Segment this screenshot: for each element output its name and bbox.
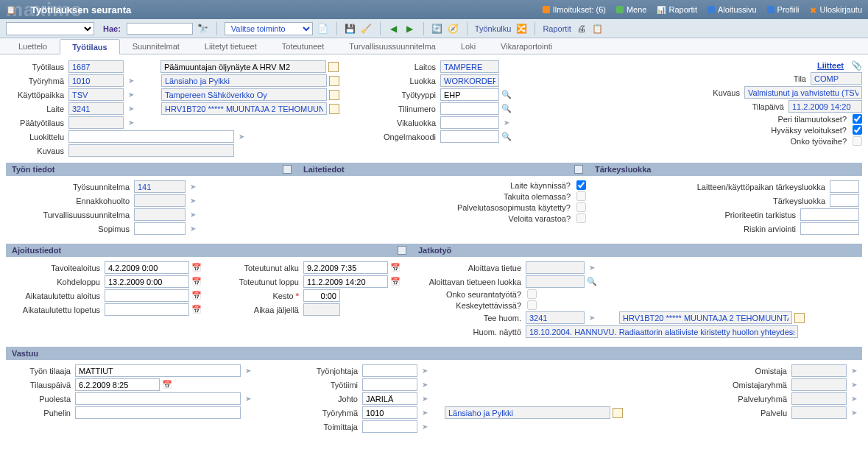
- make-remark-desc-input[interactable]: [619, 311, 792, 324]
- target-finish-input[interactable]: [105, 275, 189, 288]
- workorder-input[interactable]: [68, 60, 124, 73]
- site-input[interactable]: [440, 60, 499, 73]
- goto-icon[interactable]: [849, 408, 859, 418]
- problemcode-input[interactable]: [440, 130, 499, 143]
- status-date-input[interactable]: [788, 100, 862, 113]
- remark-display-input[interactable]: [526, 325, 798, 338]
- sched-start-input[interactable]: [105, 289, 189, 302]
- profile-link[interactable]: Profiili: [767, 5, 800, 14]
- description-input[interactable]: [68, 144, 234, 157]
- toolbar-reports-link[interactable]: Raportit: [543, 24, 571, 33]
- workgroup-desc-input[interactable]: [445, 406, 610, 419]
- servicegroup-input[interactable]: [791, 392, 847, 405]
- pm-input[interactable]: [134, 194, 186, 207]
- clear-icon[interactable]: 🧹: [361, 23, 373, 35]
- status-input[interactable]: [811, 72, 862, 85]
- goto-icon[interactable]: [420, 422, 430, 432]
- goto-icon[interactable]: [420, 366, 430, 376]
- paperclip-icon[interactable]: [851, 60, 862, 71]
- longdesc-icon[interactable]: [328, 62, 339, 72]
- goto-icon[interactable]: [587, 263, 597, 273]
- lookup-icon[interactable]: [501, 132, 512, 142]
- print-icon[interactable]: 🖨: [576, 23, 588, 35]
- calendar-icon[interactable]: [390, 263, 401, 273]
- workflow-icon[interactable]: 🔀: [515, 23, 527, 35]
- goto-icon[interactable]: [587, 313, 597, 323]
- target-start-input[interactable]: [105, 261, 189, 274]
- workorder-desc-input[interactable]: [160, 60, 326, 73]
- jobplan-input[interactable]: [134, 180, 186, 193]
- longdesc-icon[interactable]: [329, 104, 339, 114]
- glaccount-input[interactable]: [440, 102, 499, 115]
- save-icon[interactable]: 💾: [345, 23, 356, 35]
- priority-input[interactable]: [830, 194, 859, 207]
- longdesc-icon[interactable]: [329, 76, 339, 86]
- quick-select[interactable]: [6, 22, 94, 35]
- make-remark-input[interactable]: [526, 311, 585, 324]
- actual-finish-input[interactable]: [303, 275, 388, 288]
- location-input[interactable]: [68, 88, 124, 101]
- goto-icon[interactable]: [243, 366, 253, 376]
- lookup-icon[interactable]: [501, 104, 512, 114]
- contract-input[interactable]: [134, 222, 186, 235]
- workgroup-input[interactable]: [362, 406, 417, 419]
- duration-input[interactable]: [303, 289, 340, 302]
- lead-input[interactable]: [362, 392, 417, 405]
- parent-wo-input[interactable]: [68, 116, 124, 129]
- calendar-icon[interactable]: [191, 305, 202, 315]
- section-toggle-icon[interactable]: [574, 165, 583, 174]
- crew2-input[interactable]: [362, 378, 417, 391]
- goto-icon[interactable]: [501, 118, 512, 128]
- tab-related[interactable]: Liitetyt tietueet: [192, 38, 269, 54]
- priority-justify-input[interactable]: [800, 208, 859, 221]
- prev-record-icon[interactable]: ◀: [388, 23, 400, 35]
- risk-input[interactable]: [800, 222, 859, 235]
- notifications-link[interactable]: Ilmoitukset: (6): [543, 5, 606, 14]
- supervisor-input[interactable]: [362, 364, 417, 377]
- lookup-icon[interactable]: [587, 277, 597, 287]
- tab-safety[interactable]: Turvallisuussuunnitelma: [336, 38, 448, 54]
- section-toggle-icon[interactable]: [283, 165, 292, 174]
- goto-icon[interactable]: [126, 118, 136, 128]
- route-icon[interactable]: 🧭: [448, 23, 459, 35]
- goto-link[interactable]: Mene: [616, 5, 647, 14]
- calendar-icon[interactable]: [191, 263, 202, 273]
- actual-start-input[interactable]: [303, 261, 388, 274]
- vendor-input[interactable]: [362, 420, 417, 433]
- orig-record-input[interactable]: [526, 261, 585, 274]
- service-input[interactable]: [791, 406, 847, 419]
- calendar-icon[interactable]: [191, 291, 202, 301]
- longdesc-icon[interactable]: [794, 313, 805, 323]
- goto-icon[interactable]: [243, 394, 253, 404]
- goto-icon[interactable]: [126, 90, 136, 100]
- section-toggle-icon[interactable]: [398, 246, 406, 255]
- class-input[interactable]: [440, 74, 499, 87]
- workflow-link[interactable]: Työnkulku: [475, 24, 512, 33]
- tab-workorder[interactable]: Työtilaus: [60, 39, 119, 54]
- reports-link[interactable]: Raportit: [657, 5, 697, 14]
- asset-up-check[interactable]: [576, 180, 586, 190]
- calendar-icon[interactable]: [162, 380, 172, 390]
- tab-actuals[interactable]: Toteutuneet: [269, 38, 337, 54]
- time-remaining-input[interactable]: [303, 303, 340, 316]
- status-icon[interactable]: 🔄: [431, 23, 443, 35]
- assetloc-priority-input[interactable]: [830, 180, 859, 193]
- inherit-status-check[interactable]: [853, 114, 862, 124]
- ownergroup-input[interactable]: [791, 378, 847, 391]
- goto-icon[interactable]: [126, 104, 136, 114]
- goto-icon[interactable]: [849, 380, 859, 390]
- tab-failure[interactable]: Vikaraportointi: [488, 38, 565, 54]
- goto-icon[interactable]: [849, 394, 859, 404]
- goto-icon[interactable]: [188, 224, 198, 234]
- crew-input[interactable]: [68, 74, 124, 87]
- binoculars-icon[interactable]: 🔭: [197, 23, 209, 35]
- onbehalf-input[interactable]: [75, 392, 241, 405]
- start-center-link[interactable]: Aloitussivu: [708, 5, 757, 14]
- next-record-icon[interactable]: ▶: [404, 23, 416, 35]
- goto-icon[interactable]: [236, 132, 247, 142]
- logout-link[interactable]: ✖Uloskirjautu: [810, 5, 862, 14]
- calendar-icon[interactable]: [191, 277, 202, 287]
- failureclass-input[interactable]: [440, 116, 499, 129]
- goto-icon[interactable]: [188, 210, 198, 220]
- worktype-input[interactable]: [440, 88, 499, 101]
